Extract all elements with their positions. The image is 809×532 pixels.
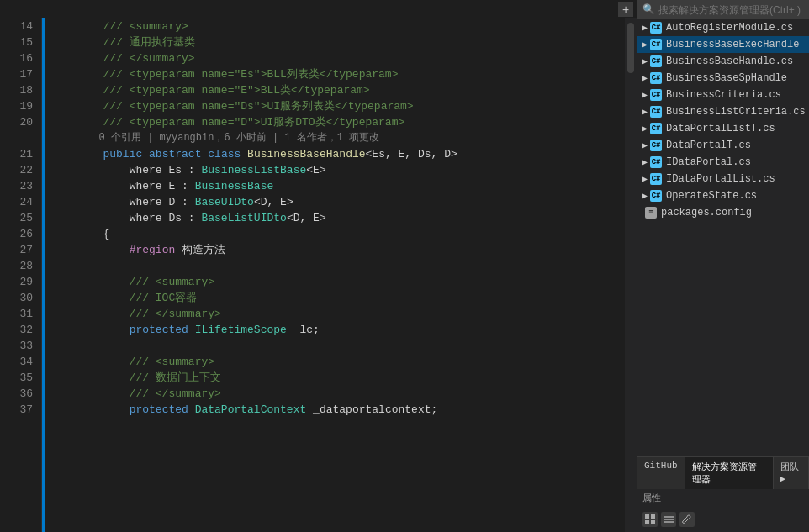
tree-arrow-icon: ▶: [642, 107, 648, 117]
line-number: 32: [0, 322, 33, 338]
line-number: 21: [0, 146, 33, 162]
code-token: BusinessBaseHandle: [247, 146, 365, 162]
file-name-label: AutoRegisterModule.cs: [666, 22, 793, 34]
file-item[interactable]: ▶C#BusinessBaseExecHandle: [637, 36, 809, 53]
right-panel: 🔍 ▶C#AutoRegisterModule.cs▶C#BusinessBas…: [637, 0, 809, 532]
file-name-label: IDataPortalList.cs: [666, 173, 775, 185]
code-line: where Es : BusinessListBase<E>: [50, 162, 625, 178]
file-item[interactable]: ▶C#BusinessBaseSpHandle: [637, 70, 809, 87]
svg-rect-0: [645, 514, 649, 519]
file-name-label: BusinessListCriteria.cs: [666, 106, 806, 118]
file-item[interactable]: ≡packages.config: [637, 204, 809, 221]
file-item[interactable]: ▶C#BusinessListCriteria.cs: [637, 103, 809, 120]
file-item[interactable]: ▶C#BusinessBaseHandle.cs: [637, 53, 809, 70]
tree-arrow-icon: ▶: [642, 23, 648, 33]
code-token: BaseUIDto: [195, 194, 254, 210]
scrollbar-thumb[interactable]: [627, 23, 634, 73]
file-item[interactable]: ▶C#IDataPortal.cs: [637, 154, 809, 171]
file-item[interactable]: ▶C#DataPortalT.cs: [637, 137, 809, 154]
code-token: /// <summary>: [50, 274, 214, 290]
code-token: Ds :: [162, 210, 202, 226]
prop-icon-wrench[interactable]: [679, 512, 695, 527]
tree-arrow-icon: ▶: [642, 56, 648, 66]
code-token: [188, 402, 195, 418]
line-number: 18: [0, 82, 33, 98]
code-token: _lc;: [287, 322, 320, 338]
file-item[interactable]: ▶C#AutoRegisterModule.cs: [637, 19, 809, 36]
search-bar[interactable]: 🔍: [637, 0, 809, 19]
line-number: 37: [0, 402, 33, 418]
line-number: 20: [0, 114, 33, 130]
line-number: 28: [0, 258, 33, 274]
code-token: [142, 146, 149, 162]
file-name-label: DataPortalListT.cs: [666, 123, 775, 134]
tree-arrow-icon: ▶: [642, 174, 648, 184]
line-number: 29: [0, 274, 33, 290]
line-number: 30: [0, 290, 33, 306]
cs-file-icon: C#: [649, 21, 663, 34]
tree-arrow-icon: ▶: [642, 191, 648, 201]
config-file-icon: ≡: [644, 206, 658, 219]
search-input[interactable]: [658, 4, 804, 16]
file-item[interactable]: ▶C#DataPortalListT.cs: [637, 120, 809, 137]
code-line: where D : BaseUIDto<D, E>: [50, 194, 625, 210]
line-number: 27: [0, 242, 33, 258]
code-line: where Ds : BaseListUIDto<D, E>: [50, 210, 625, 226]
line-number: 17: [0, 66, 33, 82]
panel-tabs: GitHub解决方案资源管理器团队▶: [637, 456, 809, 489]
cs-file-icon: C#: [649, 55, 663, 68]
file-item[interactable]: ▶C#OperateState.cs: [637, 187, 809, 204]
code-token: [50, 146, 103, 162]
svg-rect-2: [645, 520, 649, 524]
code-token: /// IOC容器: [50, 290, 197, 306]
panel-tab-团队▶[interactable]: 团队▶: [774, 457, 809, 489]
search-icon: 🔍: [642, 3, 655, 16]
code-token: /// </summary>: [50, 306, 221, 322]
tree-arrow-icon: ▶: [642, 124, 648, 134]
svg-rect-3: [651, 520, 655, 524]
code-token: /// </summary>: [50, 50, 195, 66]
code-line: protected ILifetimeScope _lc;: [50, 322, 625, 338]
cs-file-icon: C#: [649, 155, 663, 169]
code-token: protected: [130, 322, 188, 338]
cs-file-icon: C#: [649, 189, 663, 203]
tree-arrow-icon: ▶: [642, 140, 648, 150]
code-line: /// <typeparam name="E">BLL类</typeparam>: [50, 82, 625, 98]
code-token: [188, 322, 195, 338]
code-token: <D, E>: [287, 210, 326, 226]
code-token: E :: [162, 178, 195, 194]
editor-scrollbar[interactable]: [625, 18, 637, 532]
code-token: class: [208, 146, 241, 162]
file-item[interactable]: ▶C#IDataPortalList.cs: [637, 171, 809, 187]
code-line: [50, 338, 625, 354]
code-token: [50, 178, 130, 194]
code-token: #region: [130, 242, 176, 258]
code-line: /// <summary>: [50, 354, 625, 370]
code-line: /// </summary>: [50, 50, 625, 66]
svg-rect-1: [651, 514, 655, 519]
code-line: 0 个引用 | myyangbin，6 小时前 | 1 名作者，1 项更改: [50, 130, 625, 146]
tree-arrow-icon: ▶: [642, 73, 648, 83]
file-name-label: packages.config: [661, 207, 752, 219]
panel-tab-解决方案资源管理器[interactable]: 解决方案资源管理器: [685, 457, 774, 489]
panel-tab-github[interactable]: GitHub: [637, 457, 685, 489]
add-button[interactable]: +: [618, 2, 633, 17]
code-line: /// <typeparam name="Es">BLL列表类</typepar…: [50, 66, 625, 82]
code-line: /// </summary>: [50, 306, 625, 322]
code-token: <E>: [306, 162, 325, 178]
prop-icon-grid[interactable]: [642, 512, 658, 527]
code-token: DataPortalContext: [195, 402, 307, 418]
code-token: _dataportalcontext;: [306, 402, 437, 418]
line-number: 35: [0, 370, 33, 386]
cs-file-icon: C#: [649, 38, 663, 51]
code-container: 1415161718192021222324252627282930313233…: [0, 18, 637, 532]
code-line: public abstract class BusinessBaseHandle…: [50, 146, 625, 162]
code-token: D :: [162, 194, 195, 210]
code-token: ILifetimeScope: [195, 322, 287, 338]
file-item[interactable]: ▶C#BusinessCriteria.cs: [637, 87, 809, 103]
code-line: [50, 258, 625, 274]
properties-label: 属性: [637, 489, 809, 507]
code-line: /// <summary>: [50, 18, 625, 34]
prop-icon-sort[interactable]: [661, 512, 676, 527]
code-content[interactable]: /// <summary> /// 通用执行基类 /// </summary> …: [42, 18, 625, 532]
